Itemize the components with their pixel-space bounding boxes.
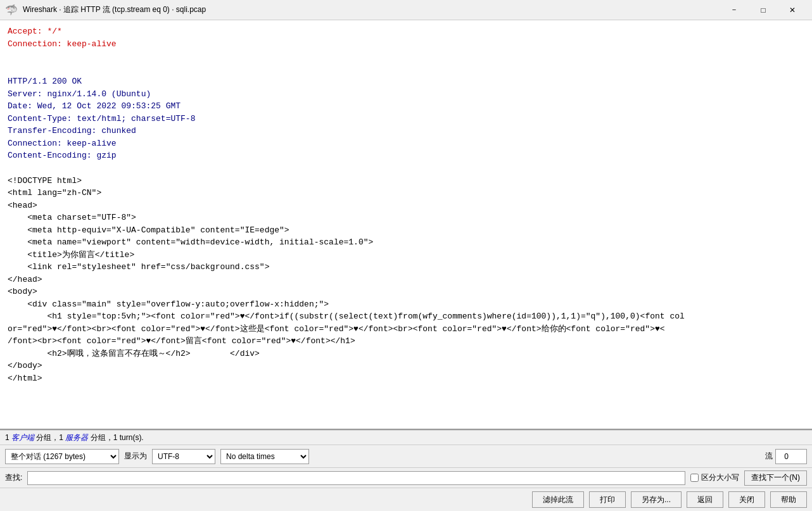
case-sensitive-checkbox-label: 区分大小写 bbox=[690, 472, 739, 483]
stream-label: 流 bbox=[765, 451, 773, 462]
content-line-content-type: Content-Type: text/html; charset=UTF-8 bbox=[8, 113, 804, 125]
content-line-title: <title>为你留言</title> bbox=[8, 249, 804, 262]
content-line-transfer-encoding: Transfer-Encoding: chunked bbox=[8, 125, 804, 137]
conversation-select[interactable]: 整个对话 (1267 bytes) bbox=[5, 449, 119, 464]
maximize-button[interactable]: □ bbox=[749, 0, 778, 20]
app-icon: 🦈 bbox=[5, 4, 18, 16]
content-line-html-close: </html> bbox=[8, 372, 804, 385]
empty-line-1 bbox=[8, 50, 804, 63]
status-bar: 1 客户端 分组，1 服务器 分组，1 turn(s). bbox=[0, 430, 812, 445]
show-as-label: 显示为 bbox=[124, 451, 147, 462]
case-sensitive-checkbox[interactable] bbox=[690, 474, 699, 482]
content-line-head-close: </head> bbox=[8, 274, 804, 286]
status-group2: 分组，1 turn(s). bbox=[88, 433, 143, 442]
empty-line-3 bbox=[8, 162, 804, 175]
controls-bar: 整个对话 (1267 bytes) 显示为 UTF-8 ASCII Hex Du… bbox=[0, 445, 812, 468]
delta-time-select[interactable]: No delta times Turn delta times All delt… bbox=[220, 449, 309, 464]
find-next-button[interactable]: 查找下一个(N) bbox=[744, 470, 807, 486]
search-bar: 查找: 区分大小写 查找下一个(N) bbox=[0, 468, 812, 488]
content-line-h1-cont1: or="red">♥</font><br><font color="red">♥… bbox=[8, 323, 804, 336]
content-line-meta-viewport: <meta name="viewport" content="width=dev… bbox=[8, 236, 804, 249]
window-title: Wireshark · 追踪 HTTP 流 (tcp.stream eq 0) … bbox=[23, 4, 206, 15]
content-line-connection1: Connection: keep-alive bbox=[8, 38, 804, 51]
content-line-body-close: </body> bbox=[8, 360, 804, 372]
bottom-bar: 滤掉此流 打印 另存为... 返回 关闭 帮助 bbox=[0, 488, 812, 511]
title-bar: 🦈 Wireshark · 追踪 HTTP 流 (tcp.stream eq 0… bbox=[0, 0, 812, 20]
stream-control: 流 bbox=[765, 449, 807, 464]
case-sensitive-label: 区分大小写 bbox=[701, 472, 739, 483]
content-line-meta-charset: <meta charset="UTF-8"> bbox=[8, 211, 804, 224]
title-bar-controls: － □ ✕ bbox=[720, 0, 807, 20]
print-button[interactable]: 打印 bbox=[589, 491, 626, 508]
help-button[interactable]: 帮助 bbox=[770, 491, 807, 508]
content-line-head: <head> bbox=[8, 199, 804, 212]
content-line-content-encoding: Content-Encoding: gzip bbox=[8, 149, 804, 162]
client-label: 客户端 bbox=[11, 433, 34, 442]
content-line-link: <link rel="stylesheet" href="css/backgro… bbox=[8, 261, 804, 274]
minimize-button[interactable]: － bbox=[720, 0, 749, 20]
server-label: 服务器 bbox=[65, 433, 88, 442]
status-count: 1 bbox=[5, 433, 11, 442]
content-line-h2: <h2>啊哦，这条留言不存在哦～</h2> </div> bbox=[8, 348, 804, 360]
content-line-body: <body> bbox=[8, 286, 804, 298]
content-line-http200: HTTP/1.1 200 OK bbox=[8, 75, 804, 88]
content-line-h1-start: <h1 style="top:5vh;"><font color="red">♥… bbox=[8, 310, 804, 323]
save-as-button[interactable]: 另存为... bbox=[631, 491, 682, 508]
content-line-date: Date: Wed, 12 Oct 2022 09:53:25 GMT bbox=[8, 100, 804, 113]
stream-number-input[interactable] bbox=[775, 449, 807, 464]
empty-line-2 bbox=[8, 63, 804, 75]
content-line-server: Server: nginx/1.14.0 (Ubuntu) bbox=[8, 88, 804, 101]
close-button[interactable]: 关闭 bbox=[728, 491, 765, 508]
content-line-div: <div class="main" style="overflow-y:auto… bbox=[8, 298, 804, 311]
filter-flow-button[interactable]: 滤掉此流 bbox=[532, 491, 584, 508]
search-label: 查找: bbox=[5, 472, 22, 483]
content-line-h1-cont2: /font><br><font color="red">♥</font>留言<f… bbox=[8, 335, 804, 348]
content-line-connection2: Connection: keep-alive bbox=[8, 137, 804, 150]
back-button[interactable]: 返回 bbox=[687, 491, 723, 508]
content-line-meta-compat: <meta http-equiv="X-UA-Compatible" conte… bbox=[8, 224, 804, 237]
http-stream-content: Accept: */* Connection: keep-alive HTTP/… bbox=[0, 20, 812, 430]
title-bar-left: 🦈 Wireshark · 追踪 HTTP 流 (tcp.stream eq 0… bbox=[5, 4, 206, 16]
search-input[interactable] bbox=[27, 471, 685, 485]
close-button[interactable]: ✕ bbox=[778, 0, 807, 20]
content-line-accept: Accept: */* bbox=[8, 25, 804, 38]
content-line-doctype: <!DOCTYPE html> bbox=[8, 175, 804, 187]
content-line-html: <html lang="zh-CN"> bbox=[8, 187, 804, 199]
status-group1: 分组，1 bbox=[34, 433, 65, 442]
status-text: 1 客户端 分组，1 服务器 分组，1 turn(s). bbox=[5, 432, 144, 443]
show-as-select[interactable]: UTF-8 ASCII Hex Dump bbox=[152, 449, 215, 464]
